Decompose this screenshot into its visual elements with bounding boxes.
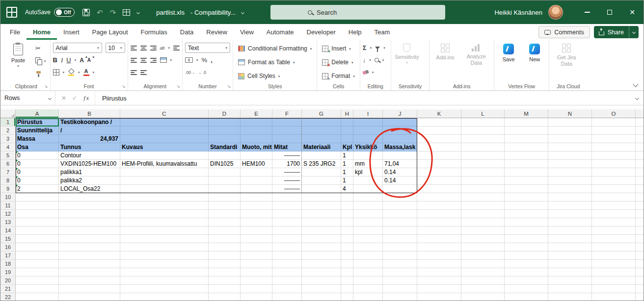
delete-cells-button[interactable]: ✕Delete▾: [320, 56, 357, 68]
cell-B21[interactable]: [59, 285, 120, 293]
cell-M9[interactable]: [505, 185, 548, 193]
cell-B7[interactable]: palikka1: [59, 168, 120, 176]
column-header-L[interactable]: L: [461, 109, 505, 118]
cell-M12[interactable]: [505, 210, 548, 218]
cell-D2[interactable]: [209, 126, 241, 135]
cell-B13[interactable]: [59, 218, 120, 226]
cell-B6[interactable]: VXDIN1025-HEM100: [59, 160, 120, 168]
cell-K16[interactable]: [417, 243, 461, 251]
cell-B10[interactable]: [59, 193, 120, 201]
user-name[interactable]: Heikki Käsnänen: [494, 9, 542, 16]
cell-L4[interactable]: [461, 143, 505, 151]
cell-C16[interactable]: [120, 243, 209, 251]
cell-N10[interactable]: [548, 193, 592, 201]
cell-G17[interactable]: [302, 251, 341, 260]
expand-formula-bar-chevron-icon[interactable]: [635, 96, 639, 100]
cell-F8[interactable]: --------: [272, 176, 302, 185]
chevron-down-icon[interactable]: ▾: [78, 71, 80, 74]
cell-M13[interactable]: [505, 218, 548, 226]
cell-N5[interactable]: [548, 151, 592, 160]
sort-filter-icon[interactable]: [375, 47, 380, 50]
copy-button[interactable]: ▾: [34, 56, 48, 66]
cell-M6[interactable]: [505, 160, 548, 168]
cell-N1[interactable]: [548, 118, 592, 126]
cell-E18[interactable]: [241, 260, 272, 268]
cell-O12[interactable]: [592, 210, 636, 218]
cell-I12[interactable]: [353, 210, 383, 218]
cell-G4[interactable]: Materiaali: [302, 143, 341, 151]
chevron-down-icon[interactable]: ▾: [196, 58, 198, 62]
maximize-button[interactable]: [598, 0, 621, 24]
name-box[interactable]: Rows: [0, 91, 55, 105]
cell-H12[interactable]: [341, 210, 353, 218]
cell-E22[interactable]: [241, 293, 272, 301]
cell-C20[interactable]: [120, 276, 209, 285]
cell-L17[interactable]: [461, 251, 505, 260]
cell-H18[interactable]: [341, 260, 353, 268]
formula-bar-value[interactable]: Piirustus: [102, 95, 127, 102]
cell-M2[interactable]: [505, 126, 548, 135]
cell-C22[interactable]: [120, 293, 209, 301]
undo-icon[interactable]: ↶: [97, 9, 103, 16]
format-painter-button[interactable]: [34, 69, 48, 78]
merge-center-button[interactable]: [160, 57, 167, 63]
cell-J6[interactable]: 71,04: [383, 160, 417, 168]
cell-E13[interactable]: [241, 218, 272, 226]
cell-P4[interactable]: [636, 143, 644, 151]
cell-F6[interactable]: 1700: [272, 160, 302, 168]
cell-C21[interactable]: [120, 285, 209, 293]
cell-P13[interactable]: [636, 218, 644, 226]
cell-C7[interactable]: [120, 168, 209, 176]
cell-M17[interactable]: [505, 251, 548, 260]
enter-icon[interactable]: ✓: [72, 95, 77, 101]
increase-decimal-button[interactable]: .00→: [185, 70, 195, 75]
cell-L19[interactable]: [461, 268, 505, 276]
cell-F17[interactable]: [272, 251, 302, 260]
column-header-G[interactable]: G: [302, 109, 341, 118]
cell-M7[interactable]: [505, 168, 548, 176]
tab-view[interactable]: View: [234, 24, 260, 40]
row-header-10[interactable]: 10: [0, 193, 16, 201]
chevron-down-icon[interactable]: ▾: [382, 58, 384, 62]
cut-button[interactable]: ✂: [34, 43, 48, 53]
cell-H1[interactable]: [341, 118, 353, 126]
cell-J1[interactable]: [383, 118, 417, 126]
chevron-down-icon[interactable]: ▾: [369, 58, 371, 62]
clear-icon[interactable]: [362, 70, 369, 75]
cell-B3[interactable]: 24,937: [59, 135, 120, 143]
cell-I18[interactable]: [353, 260, 383, 268]
cell-N6[interactable]: [548, 160, 592, 168]
cell-C2[interactable]: [120, 126, 209, 135]
cell-C13[interactable]: [120, 218, 209, 226]
cell-H2[interactable]: [341, 126, 353, 135]
cell-N20[interactable]: [548, 276, 592, 285]
cell-D1[interactable]: [209, 118, 241, 126]
cell-A7[interactable]: 0: [16, 168, 59, 176]
cell-L16[interactable]: [461, 243, 505, 251]
tab-review[interactable]: Review: [200, 24, 234, 40]
cell-H7[interactable]: 1: [341, 168, 353, 176]
cell-K10[interactable]: [417, 193, 461, 201]
increase-indent-button[interactable]: [140, 70, 147, 75]
column-header-A[interactable]: A: [16, 109, 59, 118]
cell-I14[interactable]: [353, 226, 383, 235]
cell-J13[interactable]: [383, 218, 417, 226]
cell-A13[interactable]: [16, 218, 59, 226]
cell-E5[interactable]: [241, 151, 272, 160]
fill-color-button[interactable]: [68, 69, 75, 76]
tab-team[interactable]: Team: [368, 24, 397, 40]
cell-styles-button[interactable]: Cell Styles▾: [236, 70, 314, 82]
cell-E8[interactable]: [241, 176, 272, 185]
cell-D19[interactable]: [209, 268, 241, 276]
cell-C3[interactable]: [120, 135, 209, 143]
conditional-formatting-button[interactable]: Conditional Formatting▾: [236, 43, 314, 54]
cell-J14[interactable]: [383, 226, 417, 235]
cell-H15[interactable]: [341, 235, 353, 243]
column-header-O[interactable]: O: [592, 109, 636, 118]
document-title[interactable]: partlist.xls - Compatibility...: [156, 9, 244, 16]
cell-H22[interactable]: [341, 293, 353, 301]
cell-C10[interactable]: [120, 193, 209, 201]
align-left-button[interactable]: [131, 58, 137, 63]
column-header-D[interactable]: D: [209, 109, 241, 118]
cell-K3[interactable]: [417, 135, 461, 143]
